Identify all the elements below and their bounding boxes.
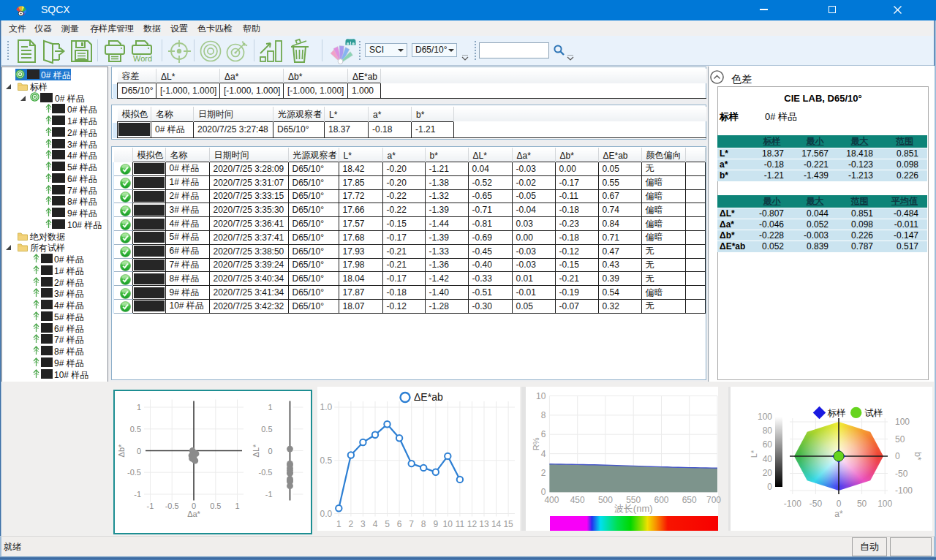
svg-text:0: 0 bbox=[837, 499, 842, 509]
svg-text:-1: -1 bbox=[147, 502, 154, 510]
svg-text:-100: -100 bbox=[784, 499, 801, 509]
svg-text:0.5: 0.5 bbox=[320, 455, 333, 466]
svg-text:6: 6 bbox=[541, 429, 546, 439]
svg-text:ΔE*ab: ΔE*ab bbox=[414, 391, 443, 403]
svg-text:500: 500 bbox=[598, 495, 613, 505]
svg-text:4: 4 bbox=[373, 519, 378, 529]
svg-text:2: 2 bbox=[541, 468, 546, 478]
svg-text:10: 10 bbox=[536, 391, 546, 401]
svg-text:-1: -1 bbox=[265, 490, 273, 499]
svg-text:1: 1 bbox=[137, 403, 141, 412]
svg-text:100: 100 bbox=[895, 417, 910, 427]
svg-text:0: 0 bbox=[895, 451, 900, 461]
svg-text:5: 5 bbox=[385, 519, 390, 529]
svg-text:Δb*: Δb* bbox=[117, 444, 126, 457]
svg-text:8: 8 bbox=[421, 519, 426, 529]
svg-text:-0.5: -0.5 bbox=[165, 502, 179, 510]
svg-text:1.0: 1.0 bbox=[320, 402, 333, 412]
svg-text:1: 1 bbox=[268, 403, 272, 412]
svg-text:400: 400 bbox=[544, 495, 559, 505]
svg-text:15: 15 bbox=[503, 519, 513, 529]
svg-text:b*: b* bbox=[913, 452, 923, 461]
svg-text:650: 650 bbox=[682, 495, 697, 505]
svg-text:50: 50 bbox=[895, 434, 905, 444]
svg-text:10: 10 bbox=[443, 519, 453, 529]
svg-text:0.5: 0.5 bbox=[130, 425, 141, 434]
svg-text:3: 3 bbox=[361, 519, 366, 529]
svg-text:13: 13 bbox=[479, 519, 489, 529]
svg-text:9: 9 bbox=[433, 519, 438, 529]
svg-text:-100: -100 bbox=[895, 485, 913, 496]
svg-text:-50: -50 bbox=[895, 469, 908, 479]
svg-text:0: 0 bbox=[192, 502, 196, 510]
svg-text:1: 1 bbox=[336, 519, 341, 529]
svg-text:11: 11 bbox=[456, 519, 465, 529]
svg-text:1: 1 bbox=[235, 502, 239, 510]
svg-text:Δa*: Δa* bbox=[187, 510, 200, 518]
svg-text:700: 700 bbox=[706, 495, 721, 505]
svg-text:ΔL*: ΔL* bbox=[252, 444, 260, 457]
svg-text:100: 100 bbox=[878, 499, 892, 509]
svg-text:7: 7 bbox=[409, 519, 414, 529]
svg-text:Word: Word bbox=[133, 54, 152, 63]
svg-text:-0.5: -0.5 bbox=[127, 468, 141, 477]
svg-text:8: 8 bbox=[541, 410, 546, 420]
svg-text:-0.5: -0.5 bbox=[259, 468, 273, 477]
svg-text:-1: -1 bbox=[134, 490, 141, 499]
svg-text:600: 600 bbox=[654, 495, 668, 505]
svg-text:波长(nm): 波长(nm) bbox=[614, 503, 653, 514]
svg-text:0.0: 0.0 bbox=[320, 509, 333, 519]
svg-text:14: 14 bbox=[491, 519, 502, 529]
svg-text:-50: -50 bbox=[809, 499, 823, 509]
svg-text:12: 12 bbox=[467, 519, 478, 529]
svg-text:0.5: 0.5 bbox=[261, 425, 272, 434]
svg-text:R%: R% bbox=[532, 437, 540, 450]
svg-text:2: 2 bbox=[349, 519, 354, 529]
svg-text:6: 6 bbox=[397, 519, 402, 529]
svg-text:0.5: 0.5 bbox=[210, 502, 221, 510]
svg-text:50: 50 bbox=[857, 499, 867, 509]
svg-text:0: 0 bbox=[268, 447, 272, 455]
svg-text:450: 450 bbox=[570, 495, 585, 505]
svg-text:0: 0 bbox=[137, 447, 141, 455]
svg-text:4: 4 bbox=[541, 449, 546, 459]
svg-text:a*: a* bbox=[834, 509, 843, 519]
